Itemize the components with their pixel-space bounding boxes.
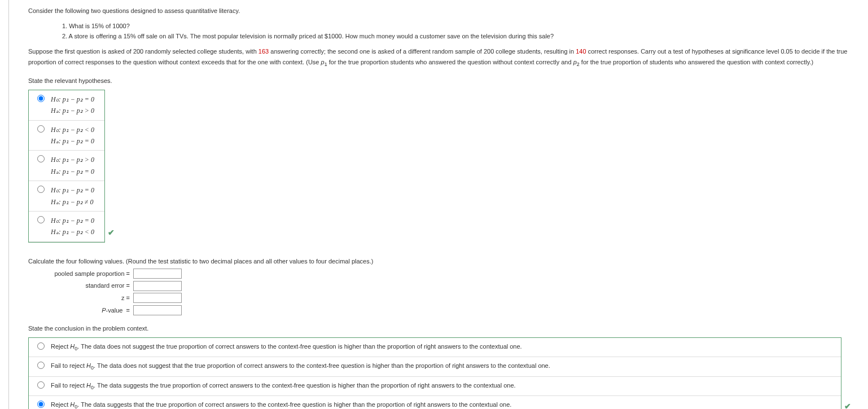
hypotheses-options: H₀: p₁ − p₂ = 0Hₐ: p₁ − p₂ > 0 H₀: p₁ − … bbox=[28, 90, 105, 243]
conc-option-1[interactable] bbox=[37, 342, 45, 350]
problem-paragraph: Suppose the first question is asked of 2… bbox=[28, 46, 857, 69]
hyp-option-3-label: H₀: p₁ − p₂ > 0Hₐ: p₁ − p₂ = 0 bbox=[51, 154, 94, 177]
hyp-option-2-label: H₀: p₁ − p₂ < 0Hₐ: p₁ − p₂ = 0 bbox=[51, 124, 94, 147]
check-icon: ✔ bbox=[844, 400, 851, 409]
hypotheses-heading: State the relevant hypotheses. bbox=[28, 76, 857, 86]
hyp-option-2[interactable] bbox=[37, 125, 45, 133]
pvalue-label: P-value = bbox=[28, 305, 133, 316]
hyp-option-1-label: H₀: p₁ − p₂ = 0Hₐ: p₁ − p₂ > 0 bbox=[51, 94, 94, 117]
question-2: 2. A store is offering a 15% off sale on… bbox=[62, 31, 857, 42]
check-icon: ✔ bbox=[108, 226, 115, 240]
se-input[interactable] bbox=[133, 281, 182, 291]
conc-option-2[interactable] bbox=[37, 362, 45, 369]
hyp-option-5-label: H₀: p₁ − p₂ = 0Hₐ: p₁ − p₂ < 0 bbox=[51, 215, 94, 238]
conc-option-2-label: Fail to reject H0. The data does not sug… bbox=[51, 360, 550, 372]
z-input[interactable] bbox=[133, 293, 182, 303]
z-label: z = bbox=[28, 293, 133, 304]
pooled-input[interactable] bbox=[133, 269, 182, 279]
pvalue-input[interactable] bbox=[133, 305, 182, 315]
value-163: 163 bbox=[258, 48, 269, 55]
intro-text: Consider the following two questions des… bbox=[28, 6, 857, 16]
conc-option-4[interactable] bbox=[37, 401, 45, 408]
hyp-option-4-label: H₀: p₁ − p₂ = 0Hₐ: p₁ − p₂ ≠ 0 bbox=[51, 184, 94, 208]
conclusion-heading: State the conclusion in the problem cont… bbox=[28, 323, 857, 334]
se-label: standard error = bbox=[28, 280, 133, 291]
hyp-option-3[interactable] bbox=[37, 155, 45, 162]
hyp-option-1[interactable] bbox=[37, 95, 45, 102]
conc-option-1-label: Reject H0. The data does not suggest the… bbox=[51, 341, 522, 353]
calc-intro: Calculate the four following values. (Ro… bbox=[28, 256, 857, 267]
value-140: 140 bbox=[576, 48, 586, 55]
question-1: 1. What is 15% of 1000? bbox=[62, 21, 857, 32]
conc-option-3-label: Fail to reject H0. The data suggests the… bbox=[51, 380, 516, 392]
conc-option-3[interactable] bbox=[37, 381, 45, 389]
conc-option-4-label: Reject H0. The data suggests that the tr… bbox=[51, 399, 511, 409]
hyp-option-4[interactable] bbox=[37, 186, 45, 193]
conclusion-options: Reject H0. The data does not suggest the… bbox=[28, 337, 841, 409]
hyp-option-5[interactable] bbox=[37, 216, 45, 223]
pooled-label: pooled sample proportion = bbox=[28, 269, 133, 279]
